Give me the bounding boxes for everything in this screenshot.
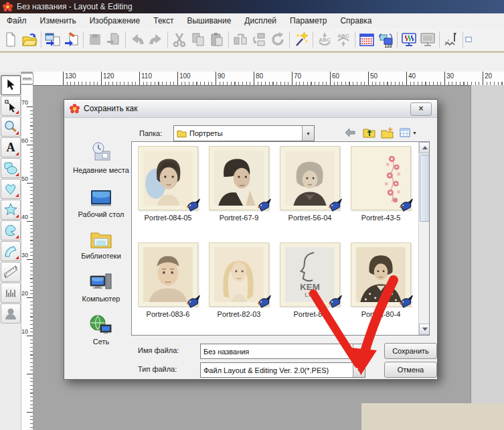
svg-text:123: 123 [385,44,392,48]
save-button[interactable]: Сохранить [384,343,437,359]
file-item[interactable]: Portret-67-9 [204,146,274,222]
menu-file[interactable]: Файл [0,13,33,28]
file-item[interactable]: Portret-82-03 [204,242,274,318]
export-icon[interactable] [104,30,123,49]
file-list-scrollbar[interactable] [418,142,430,335]
menu-edit[interactable]: Изменить [33,13,83,28]
menu-option[interactable]: Параметр [283,13,333,28]
h-ruler-label: 90 [218,72,225,80]
image-to-stitch-wizard-icon[interactable] [292,30,311,49]
h-ruler-label: 40 [408,72,416,80]
pes-bird-icon [256,294,272,308]
sidebar-item-desktop[interactable]: Рабочий стол [71,188,131,219]
file-item[interactable]: Portret-084-05 [133,146,203,222]
file-name: Portret-084-05 [133,214,203,222]
pes-bird-icon [185,294,201,308]
screen-preview-icon[interactable] [418,30,437,49]
toolbar-separator [439,31,440,48]
v-ruler-label: 20 [21,290,28,297]
realistic-view-icon[interactable] [400,30,418,49]
new-folder-button[interactable] [381,127,394,141]
file-thumbnail [351,242,411,307]
outline-shape-tool-button[interactable] [1,220,21,240]
filetype-dropdown-button[interactable]: ▼ [353,363,365,377]
clipped-toolbar-icon[interactable] [465,30,472,49]
sew-gauge-tool-button[interactable] [1,283,21,303]
point-edit-tool-button[interactable] [1,96,21,116]
flip-horizontal-icon[interactable] [231,30,250,49]
zoom-tool-button[interactable] [1,117,21,137]
basic-shapes-tool-button[interactable] [1,158,21,178]
text-fit-arc-down-icon[interactable]: ABC [315,30,334,49]
menu-image[interactable]: Изображение [83,13,147,28]
filename-combobox[interactable]: Без названия ▼ [200,344,365,359]
undo-icon[interactable] [128,30,147,49]
chevron-down-icon: ▼ [412,131,417,135]
dialog-close-button[interactable]: × [410,102,432,116]
paste-icon[interactable] [207,30,226,49]
measure-tool-button[interactable] [1,262,21,282]
v-ruler-label: 60 [21,137,28,144]
cut-icon[interactable] [170,30,189,49]
new-design-icon[interactable] [1,30,20,49]
svg-text:ABC: ABC [319,37,331,43]
scroll-down-button[interactable] [419,324,430,335]
folder-combobox[interactable]: Портреты ▼ [173,125,315,141]
toolbar-separator [289,31,290,48]
vertical-ruler: 70 60 50 40 30 20 10 [21,85,33,430]
filename-dropdown-button[interactable]: ▼ [353,344,365,358]
copy-icon[interactable] [189,30,207,49]
file-item[interactable]: Portret-083-6 [133,242,203,318]
sewing-attributes-icon[interactable] [357,30,376,49]
file-item[interactable]: Portret-43-5 [346,146,416,222]
views-menu-button[interactable]: ▼ [400,127,417,138]
heart-shape-tool-button[interactable] [1,179,21,199]
redo-icon[interactable] [147,30,165,49]
star-shape-tool-button[interactable] [1,200,21,220]
save-icon[interactable] [86,30,104,49]
filetype-combobox[interactable]: Файл Layout & Editing Ver. 2.0(*.PES) ▼ [200,362,365,378]
sidebar-item-recent-places[interactable]: Недавние места [71,141,131,175]
horizontal-ruler: 130 120 110 100 90 80 70 60 50 40 30 20 [33,72,504,86]
select-tool-button[interactable] [1,75,21,95]
sidebar-item-libraries[interactable]: Библиотеки [71,228,131,261]
stitch-simulator-icon[interactable] [442,30,460,49]
save-as-dialog: Сохранить как × Папка: Портреты ▼ ▼ Неда… [64,99,438,380]
scroll-up-button[interactable] [419,142,430,153]
file-item[interactable]: Portret-56-04 [275,146,345,222]
filename-value[interactable]: Без названия [201,348,353,356]
pes-bird-icon [327,294,343,308]
sewing-order-icon[interactable]: 123 [376,30,395,49]
file-item[interactable]: KEM LTD Portret-81 [275,242,345,318]
menu-bar: Файл Изменить Изображение Текст Вышивани… [0,13,504,29]
h-ruler-label: 100 [179,72,191,80]
flip-vertical-icon[interactable] [250,30,268,49]
file-item[interactable]: Portret-80-4 [346,242,416,318]
menu-help[interactable]: Справка [333,13,378,28]
sidebar-item-network[interactable]: Сеть [71,314,131,346]
menu-display[interactable]: Дисплей [238,13,283,28]
computer-icon [89,271,113,293]
rotate-icon[interactable] [268,30,287,49]
sidebar-item-computer[interactable]: Компьютер [71,271,131,303]
back-button[interactable] [344,127,356,141]
network-icon [89,314,113,336]
open-file-icon[interactable] [20,30,39,49]
import-image-icon[interactable] [62,30,81,49]
back-arrow-icon [344,127,356,139]
up-one-level-button[interactable] [363,127,375,141]
folder-dropdown-button[interactable]: ▼ [302,126,314,141]
text-tool-button[interactable]: A [1,137,21,157]
file-list: Portret-084-05 Portret-67-9 [131,141,430,336]
menu-sew[interactable]: Вышивание [180,13,238,28]
menu-text[interactable]: Текст [147,13,180,28]
portrait-tool-button[interactable] [1,303,21,324]
cancel-button[interactable]: Отмена [384,362,437,378]
scrollbar-thumb[interactable] [420,155,430,222]
ruler-unit-box: mm [21,73,33,84]
text-fit-arc-up-icon[interactable]: ABC [334,30,353,49]
fan-shape-tool-button[interactable] [1,241,21,261]
dialog-titlebar: Сохранить как × [64,100,437,118]
v-ruler-label: 10 [21,328,28,335]
import-to-layout-icon[interactable] [44,30,62,49]
